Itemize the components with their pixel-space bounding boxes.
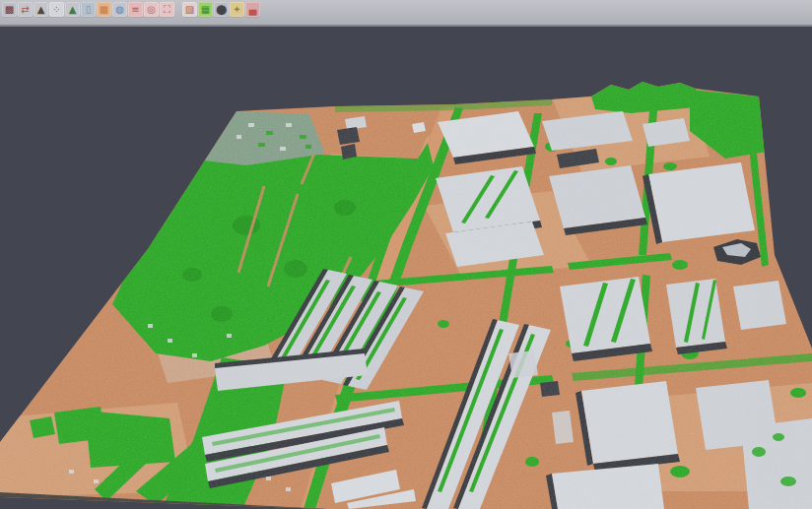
- red-checker-icon[interactable]: ▨: [182, 2, 197, 17]
- terrain-green-icon[interactable]: ▲: [65, 2, 80, 17]
- red-frame-icon[interactable]: ⛶: [160, 2, 174, 17]
- point-cloud-render: [0, 29, 812, 509]
- red-target-icon[interactable]: ◎: [144, 2, 159, 17]
- colormap-icon[interactable]: ▦: [198, 2, 213, 17]
- grid-box-icon[interactable]: ▩: [2, 2, 17, 17]
- swap-arrows-icon[interactable]: ⇄: [18, 2, 33, 17]
- yellow-tool-icon[interactable]: ✦: [230, 2, 244, 17]
- app-window: { "window": { "title": "3D point cloud v…: [0, 0, 812, 509]
- globe-icon[interactable]: ◍: [112, 2, 127, 17]
- terrain-dark-icon[interactable]: ▲: [34, 2, 48, 17]
- viewport-3d[interactable]: [0, 29, 812, 509]
- main-toolbar: ▩ ⇄ ▲ ⁘ ▲ ▯ ■ ◍ ≡ ◎ ⛶ ▨ ▦ ⬤ ✦ ▄: [0, 0, 812, 27]
- camera-dark-icon[interactable]: ⬤: [214, 2, 229, 17]
- red-list-icon[interactable]: ≡: [128, 2, 143, 17]
- red-flag-icon[interactable]: ▄: [245, 2, 260, 17]
- panel-icon[interactable]: ▯: [81, 2, 96, 17]
- points-icon[interactable]: ⁘: [49, 2, 64, 17]
- terrain-group: [0, 29, 812, 509]
- orange-tile-icon[interactable]: ■: [97, 2, 111, 17]
